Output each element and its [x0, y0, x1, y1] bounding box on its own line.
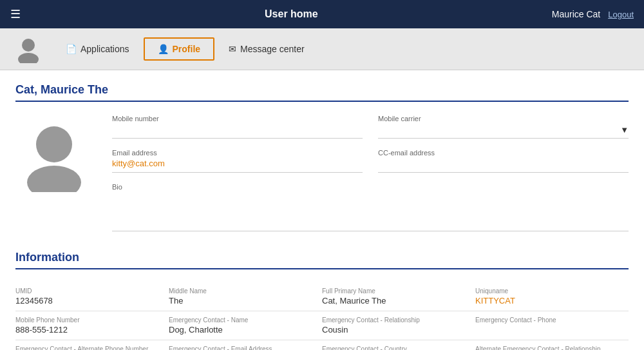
info-cell-label: Uniquname: [475, 287, 621, 295]
applications-icon: 📄: [66, 44, 77, 54]
info-cell: Full Primary NameCat, Maurice The: [322, 282, 475, 311]
bio-label: Bio: [112, 183, 629, 191]
info-cell-label: Middle Name: [169, 287, 314, 295]
info-cell-value: The: [169, 296, 314, 306]
info-cell-label: Full Primary Name: [322, 287, 468, 295]
info-cell-value: Dog, Charlotte: [169, 325, 314, 335]
tab-applications-label: Applications: [80, 44, 129, 54]
info-cell: Emergency Contact - Alternate Phone Numb…: [15, 340, 169, 350]
info-cell-label: Emergency Contact - Alternate Phone Numb…: [15, 345, 161, 350]
info-cell: Middle NameThe: [169, 282, 322, 311]
tab-applications[interactable]: 📄 Applications: [52, 37, 144, 61]
email-address-value[interactable]: kitty@cat.com: [112, 159, 363, 173]
mobile-carrier-field: Mobile carrier ▼: [378, 115, 629, 139]
info-cell-value: 888-555-1212: [15, 325, 161, 335]
cc-email-value[interactable]: [378, 159, 629, 173]
info-cell: Emergency Contact - RelationshipCousin: [322, 311, 475, 340]
info-cell-label: Mobile Phone Number: [15, 316, 161, 324]
message-icon: ✉: [229, 44, 236, 54]
profile-avatar: [15, 115, 93, 231]
info-cell: UMID12345678: [15, 282, 169, 311]
info-cell: Mobile Phone Number888-555-1212: [15, 311, 169, 340]
info-section-title: Information: [15, 251, 629, 269]
user-avatar: [13, 34, 44, 64]
info-cell-value: Cousin: [322, 325, 468, 335]
email-address-label: Email address: [112, 149, 363, 157]
top-navigation: ☰ User home Maurice Cat Logout: [0, 0, 644, 28]
tab-message-center-label: Message center: [240, 44, 305, 54]
email-address-field: Email address kitty@cat.com: [112, 149, 363, 173]
bio-field: Bio: [112, 183, 629, 231]
bio-value[interactable]: [112, 193, 629, 231]
logout-button[interactable]: Logout: [608, 10, 634, 19]
mobile-carrier-label: Mobile carrier: [378, 115, 629, 122]
hamburger-menu[interactable]: ☰: [10, 7, 21, 21]
cc-email-label: CC-email address: [378, 149, 629, 157]
svg-point-1: [18, 53, 39, 63]
info-cell: Alternate Emergency Contact - Relationsh…: [475, 340, 629, 350]
info-cell: Emergency Contact - Phone: [475, 311, 629, 340]
profile-fields: Mobile number Mobile carrier ▼ Email add…: [112, 115, 629, 231]
info-cell-label: Alternate Emergency Contact - Relationsh…: [475, 345, 621, 350]
user-info: Maurice Cat Logout: [552, 9, 634, 19]
svg-point-3: [27, 166, 81, 192]
profile-icon: 👤: [158, 44, 169, 54]
svg-point-2: [36, 126, 72, 162]
info-cell-label: Emergency Contact - Relationship: [322, 316, 468, 324]
info-cell-label: Emergency Contact - Email Address: [169, 345, 314, 350]
tab-profile[interactable]: 👤 Profile: [144, 37, 215, 61]
dropdown-arrow-icon: ▼: [620, 125, 629, 135]
info-cell-label: Emergency Contact - Name: [169, 316, 314, 324]
mobile-number-field: Mobile number: [112, 115, 363, 139]
info-cell-value: Cat, Maurice The: [322, 296, 468, 306]
cc-email-field: CC-email address: [378, 149, 629, 173]
tab-message-center[interactable]: ✉ Message center: [214, 37, 319, 61]
info-grid: UMID12345678Middle NameTheFull Primary N…: [15, 282, 629, 350]
profile-section-title: Cat, Maurice The: [15, 83, 629, 102]
info-cell-value: 12345678: [15, 296, 161, 306]
info-cell-label: Emergency Contact - Phone: [475, 316, 621, 324]
mobile-number-value[interactable]: [112, 124, 363, 139]
info-cell: UniqunameKITTYCAT: [475, 282, 629, 311]
username: Maurice Cat: [552, 9, 600, 19]
info-cell: Emergency Contact - Email Addresscharlot…: [169, 340, 322, 350]
info-cell: Emergency Contact - CountryUnited States: [322, 340, 475, 350]
information-section: Information UMID12345678Middle NameTheFu…: [15, 251, 629, 350]
app-title: User home: [31, 8, 552, 20]
main-content: Cat, Maurice The Mobile number Mobile ca…: [0, 70, 644, 350]
sub-header: 📄 Applications 👤 Profile ✉ Message cente…: [0, 28, 644, 70]
info-cell-label: UMID: [15, 287, 161, 295]
info-cell: Emergency Contact - NameDog, Charlotte: [169, 311, 322, 340]
mobile-carrier-select[interactable]: ▼: [378, 124, 629, 139]
info-cell-label: Emergency Contact - Country: [322, 345, 468, 350]
profile-section: Mobile number Mobile carrier ▼ Email add…: [15, 115, 629, 231]
mobile-number-label: Mobile number: [112, 115, 363, 122]
tab-profile-label: Profile: [173, 44, 201, 54]
svg-point-0: [22, 39, 35, 52]
info-cell-value: KITTYCAT: [475, 296, 621, 306]
